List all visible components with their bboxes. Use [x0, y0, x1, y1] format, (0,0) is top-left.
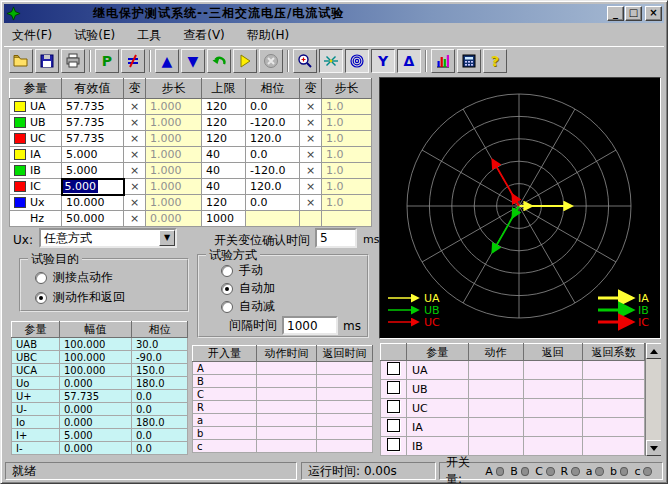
vertical-scrollbar[interactable]: [645, 343, 661, 456]
step-down-icon: ▼: [188, 54, 199, 68]
p-marker-icon: P: [102, 54, 112, 68]
phasor-plot: UA UB UC IA IB IC: [380, 78, 660, 338]
switch-confirm-input[interactable]: [315, 228, 357, 248]
start-button[interactable]: [233, 49, 257, 73]
color-swatch: [14, 149, 26, 160]
close-button[interactable]: ×: [645, 6, 662, 21]
bar-chart-button[interactable]: [431, 49, 455, 73]
table-row[interactable]: UB 57.735 × 1.000 120 -120.0 × 1.0: [10, 115, 372, 131]
checkbox-icon[interactable]: [387, 381, 400, 394]
table-row[interactable]: Ux 10.000 × 1.000 120 0.0 × 1.0: [10, 195, 372, 211]
save-button[interactable]: [35, 49, 59, 73]
checkbox-icon[interactable]: [387, 419, 400, 432]
table-row: B: [193, 375, 373, 388]
scroll-down-icon[interactable]: [646, 440, 661, 456]
step-up-icon: ▲: [162, 54, 173, 68]
statusbar: 就绪 运行时间: 0.00s 开关量: A B C R a b c: [4, 460, 664, 482]
y-connection-icon: Y: [378, 54, 388, 68]
radio-icon[interactable]: [35, 272, 47, 284]
save-icon: [39, 53, 55, 69]
value-edit-cell[interactable]: 5.000: [62, 179, 124, 195]
p-marker-button[interactable]: P: [95, 49, 119, 73]
col-step2: 步长: [322, 79, 372, 99]
table-row: UA: [381, 361, 645, 380]
chevron-down-icon[interactable]: ▼: [159, 230, 175, 246]
ux-mode-select[interactable]: 任意方式 ▼: [39, 228, 177, 248]
input-table-header: 开入量 动作时间 返回时间: [193, 346, 373, 362]
legend-label: UC: [424, 316, 440, 329]
color-swatch: [14, 117, 26, 128]
radio-auto-increase[interactable]: 自动加: [221, 280, 275, 297]
table-row: Io0.000180.0: [12, 416, 188, 429]
table-row[interactable]: UC 57.735 × 1.000 120 120.0 × 1.0: [10, 131, 372, 147]
action-table-header: 参量 动作 返回 返回系数: [381, 344, 645, 361]
table-row: I+5.0000.0: [12, 429, 188, 442]
status-ready: 就绪: [5, 462, 297, 480]
play-icon: [237, 53, 253, 69]
toolbar-separator: [89, 50, 91, 72]
step-up-button[interactable]: ▲: [155, 49, 179, 73]
table-row[interactable]: IB 5.000 × 1.000 40 -120.0 × 1.0: [10, 163, 372, 179]
menu-help[interactable]: 帮助(H): [247, 27, 289, 44]
table-row[interactable]: Hz 50.000 × 0.000 1000: [10, 211, 372, 227]
radio-action-return[interactable]: 测动作和返回: [35, 289, 125, 306]
radio-icon[interactable]: [221, 265, 233, 277]
table-row[interactable]: IA 5.000 × 1.000 40 0.0 × 1.0: [10, 147, 372, 163]
col-vary1: 变: [124, 79, 146, 99]
spiral-button[interactable]: [345, 49, 369, 73]
radio-contact-action[interactable]: 测接点动作: [35, 269, 113, 286]
print-button[interactable]: [61, 49, 85, 73]
color-swatch: [14, 197, 26, 208]
radio-checked-icon[interactable]: [35, 292, 47, 304]
checkbox-icon[interactable]: [387, 400, 400, 413]
menu-view[interactable]: 查看(V): [183, 27, 225, 44]
delta-connection-icon: Δ: [404, 54, 415, 68]
zoom-button[interactable]: [293, 49, 317, 73]
parameter-table-header: 参量 有效值 变 步长 上限 相位 变 步长: [10, 79, 372, 99]
fault-set-button[interactable]: [121, 49, 145, 73]
checkbox-icon[interactable]: [387, 438, 400, 451]
checkbox-icon[interactable]: [387, 362, 400, 375]
y-connection-button[interactable]: Y: [371, 49, 395, 73]
stop-button[interactable]: [259, 49, 283, 73]
toolbar: P ▲ ▼: [4, 46, 664, 75]
interval-input[interactable]: [282, 316, 338, 335]
radio-manual[interactable]: 手动: [221, 262, 263, 279]
crosshair-button[interactable]: [319, 49, 343, 73]
table-row: U-0.0000.0: [12, 403, 188, 416]
col-param: 参量: [10, 79, 62, 99]
led-b2-icon: [620, 467, 629, 476]
table-row: UBC100.000-90.0: [12, 351, 188, 364]
menu-tools[interactable]: 工具: [137, 27, 161, 44]
led-r-icon: [571, 467, 580, 476]
table-row: UC: [381, 399, 645, 418]
radio-icon[interactable]: [221, 301, 233, 313]
open-button[interactable]: [9, 49, 33, 73]
open-icon: [13, 53, 29, 69]
maximize-button[interactable]: □: [625, 6, 642, 21]
undo-button[interactable]: [207, 49, 231, 73]
delta-connection-button[interactable]: Δ: [397, 49, 421, 73]
table-row[interactable]: UA 57.735 × 1.000 120 0.0 × 1.0: [10, 99, 372, 115]
minimize-button[interactable]: _: [607, 6, 624, 21]
calculator-button[interactable]: [457, 49, 481, 73]
table-row: Uo0.000180.0: [12, 377, 188, 390]
table-row[interactable]: IC 5.000 × 1.000 40 120.0 × 1.0: [10, 179, 372, 195]
radio-auto-decrease[interactable]: 自动减: [221, 298, 275, 315]
radio-checked-icon[interactable]: [221, 283, 233, 295]
help-button[interactable]: ?: [483, 49, 507, 73]
scroll-up-icon[interactable]: [646, 343, 661, 359]
help-icon: ?: [491, 54, 499, 68]
table-row: IA: [381, 418, 645, 437]
interval-label: 间隔时间: [229, 317, 277, 334]
table-row: U+57.7350.0: [12, 390, 188, 403]
col-rms: 有效值: [62, 79, 124, 99]
step-down-button[interactable]: ▼: [181, 49, 205, 73]
menu-file[interactable]: 文件(F): [12, 27, 52, 44]
table-row: IB: [381, 437, 645, 456]
menu-test[interactable]: 试验(E): [74, 27, 115, 44]
color-swatch: [14, 165, 26, 176]
table-row: a: [193, 414, 373, 427]
ux-mode-value: 任意方式: [41, 230, 159, 247]
table-row: c: [193, 440, 373, 453]
